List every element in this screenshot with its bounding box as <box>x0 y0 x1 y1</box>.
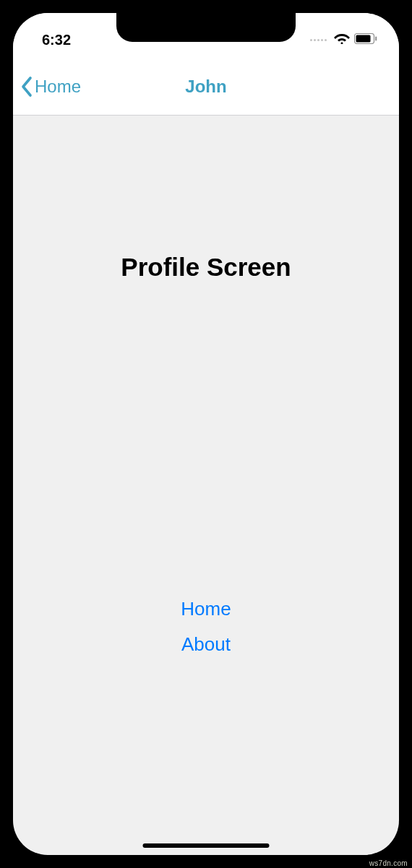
home-link[interactable]: Home <box>181 598 231 620</box>
chevron-left-icon <box>20 76 33 97</box>
cellular-dots-icon <box>310 39 327 41</box>
about-link[interactable]: About <box>181 633 231 656</box>
link-group: Home About <box>181 598 231 656</box>
watermark: ws7dn.com <box>369 859 408 867</box>
nav-title: John <box>185 77 226 97</box>
wifi-icon <box>334 32 350 47</box>
device-notch <box>116 13 296 42</box>
home-indicator[interactable] <box>143 843 270 848</box>
svg-rect-2 <box>375 36 377 40</box>
content-area: Profile Screen Home About <box>13 116 399 855</box>
svg-rect-1 <box>356 35 371 42</box>
navigation-bar: Home John <box>13 58 399 116</box>
back-button[interactable]: Home <box>20 76 81 97</box>
screen: 6:32 <box>13 13 399 855</box>
status-time: 6:32 <box>42 32 71 48</box>
battery-icon <box>354 33 377 47</box>
status-icons <box>310 32 377 47</box>
page-heading: Profile Screen <box>121 253 291 282</box>
device-frame: 6:32 <box>0 0 412 868</box>
back-label: Home <box>35 77 81 97</box>
